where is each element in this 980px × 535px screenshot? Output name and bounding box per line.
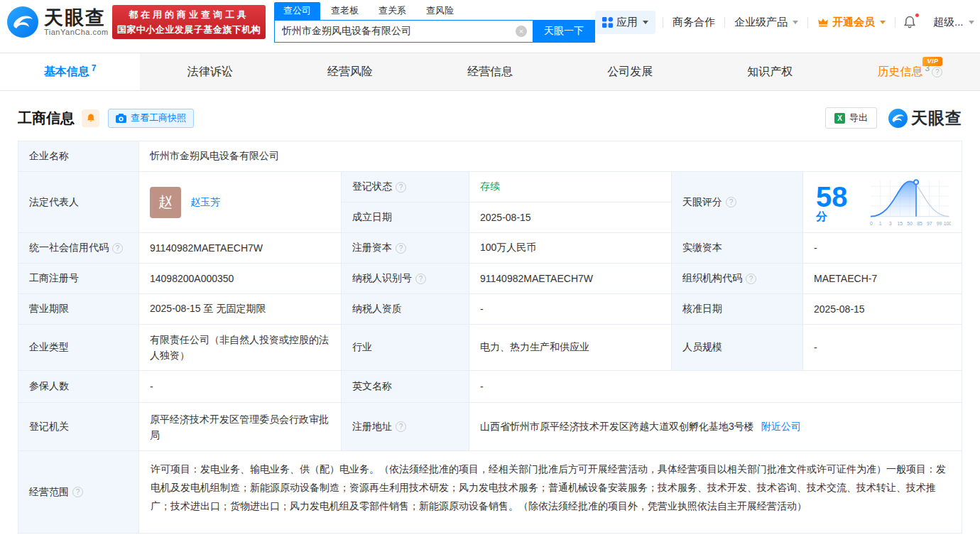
- field-label-legal-rep: 法定代表人: [18, 172, 139, 233]
- field-label-reg-authority: 登记机关: [18, 403, 139, 451]
- field-value-business-term: 2025-08-15 至 无固定期限: [139, 294, 342, 325]
- tab-legal-label: 法律诉讼: [187, 65, 233, 80]
- snapshot-button[interactable]: 查看工商快照: [108, 109, 194, 128]
- crown-icon: [817, 17, 829, 28]
- legal-rep-cell: 赵 赵玉芳: [139, 172, 342, 233]
- help-icon[interactable]: ?: [72, 487, 83, 497]
- field-value-reg-address: 山西省忻州市原平经济技术开发区跨越大道双创孵化基地3号楼 附近公司: [469, 403, 962, 451]
- field-value-taxpayer-quality: -: [469, 294, 672, 325]
- tab-intellectual-property[interactable]: 知识产权: [700, 53, 840, 90]
- tab-legal[interactable]: 法律诉讼: [140, 53, 280, 90]
- tab-operating-risk[interactable]: 经营风险: [280, 53, 420, 90]
- clear-icon[interactable]: ×: [516, 26, 527, 37]
- export-button-label: 导出: [849, 112, 868, 124]
- tianyancha-logo[interactable]: 天眼查 TianYanCha.com: [7, 6, 112, 38]
- nav-profile-label: 超级...: [933, 16, 964, 29]
- nav-apps-label: 应用: [616, 16, 638, 29]
- help-icon[interactable]: ?: [396, 182, 406, 193]
- section-title: 工商信息: [18, 109, 75, 128]
- tab-basic-info[interactable]: 基本信息 7: [0, 53, 140, 90]
- field-label-industry: 行业: [342, 325, 469, 371]
- field-label-reg-status: 登记状态 ?: [342, 172, 469, 202]
- tab-history-info[interactable]: VIP 历史信息 3 ?: [840, 53, 980, 90]
- field-value-establish-date: 2025-08-15: [469, 202, 672, 233]
- chevron-down-icon: [793, 21, 798, 24]
- notification-bell[interactable]: [895, 15, 924, 29]
- field-value-business-scope: 许可项目：发电业务、输电业务、供（配）电业务。（依法须经批准的项目，经相关部门批…: [139, 451, 962, 533]
- nav-open-vip-label: 开通会员: [832, 16, 875, 29]
- tab-company-development[interactable]: 公司发展: [560, 53, 700, 90]
- field-value-reg-authority: 原平经济技术开发区管理委员会行政审批局: [139, 403, 342, 451]
- field-label-staff-size: 人员规模: [672, 325, 803, 371]
- search-tab-boss[interactable]: 查老板: [322, 2, 368, 20]
- search-tab-company[interactable]: 查公司: [274, 2, 320, 20]
- search-button[interactable]: 天眼一下: [533, 20, 595, 43]
- logo-eye-icon: [7, 6, 38, 38]
- svg-text:100: 100: [943, 220, 951, 225]
- chevron-down-icon: [880, 21, 886, 24]
- logo-text: 天眼查: [44, 8, 109, 28]
- field-label-reg-address: 注册地址 ?: [342, 403, 469, 451]
- help-icon[interactable]: ?: [726, 197, 736, 207]
- top-header: 天眼查 TianYanCha.com 都在用的商业查询工具 国家中小企业发展子基…: [0, 0, 980, 44]
- field-value-company-name: 忻州市金朔风电设备有限公司: [139, 141, 962, 172]
- field-value-reg-number: 14098200A000350: [139, 264, 342, 294]
- score-value: 58分: [816, 183, 859, 222]
- tab-intellectual-property-label: 知识产权: [747, 65, 793, 80]
- notification-dot: [915, 13, 920, 18]
- field-value-reg-capital: 100万人民币: [469, 233, 672, 264]
- score-number: 58: [816, 181, 848, 212]
- field-value-org-code: MAETAECH-7: [803, 264, 962, 294]
- field-label-credit-code: 统一社会信用代码 ?: [18, 233, 139, 264]
- watermark-text: 天眼查: [911, 107, 962, 129]
- search-input[interactable]: [274, 20, 533, 43]
- field-label-insured-count: 参保人数: [18, 371, 139, 403]
- nearby-companies-link[interactable]: 附近公司: [761, 421, 801, 433]
- nav-enterprise[interactable]: 企业级产品: [725, 16, 807, 29]
- chevron-down-icon: [643, 21, 648, 24]
- excel-icon: X: [834, 113, 845, 124]
- help-icon[interactable]: ?: [112, 243, 123, 254]
- field-value-reg-status: 存续: [469, 172, 672, 202]
- field-label-org-code: 组织机构代码 ?: [672, 264, 803, 294]
- field-value-industry: 电力、热力生产和供应业: [469, 325, 672, 371]
- help-icon[interactable]: ?: [396, 243, 406, 254]
- field-label-approval-date: 核准日期: [672, 294, 803, 325]
- nav-enterprise-label: 企业级产品: [734, 16, 788, 29]
- status-badge: 存续: [480, 180, 500, 193]
- field-label-tyc-score: 天眼评分 ?: [672, 172, 803, 233]
- svg-text:0: 0: [870, 220, 873, 225]
- search-tab-risk[interactable]: 查风险: [417, 2, 463, 20]
- nav-apps[interactable]: 应用: [595, 11, 655, 34]
- watermark-logo: 天眼查: [888, 107, 962, 129]
- field-value-paid-capital: -: [803, 233, 962, 264]
- help-icon[interactable]: ?: [396, 421, 406, 432]
- export-button[interactable]: X 导出: [825, 107, 877, 129]
- field-value-credit-code: 91140982MAETAECH7W: [139, 233, 342, 264]
- legal-rep-link[interactable]: 赵玉芳: [190, 196, 220, 209]
- help-icon[interactable]: ?: [746, 274, 756, 284]
- field-value-approval-date: 2025-08-15: [803, 294, 962, 325]
- help-icon[interactable]: ?: [415, 274, 426, 284]
- svg-text:1: 1: [878, 220, 881, 225]
- tab-operating-info[interactable]: 经营信息: [420, 53, 560, 90]
- help-icon[interactable]: ?: [932, 67, 942, 77]
- nav-open-vip[interactable]: 开通会员: [808, 16, 895, 29]
- field-value-staff-size: -: [803, 325, 962, 371]
- nav-profile[interactable]: 超级...: [924, 16, 980, 29]
- svg-text:3: 3: [888, 220, 891, 225]
- tab-history-info-count: 3: [925, 63, 930, 73]
- avatar[interactable]: 赵: [150, 187, 181, 218]
- logo-eye-icon: [888, 109, 908, 128]
- bell-icon: [903, 15, 917, 29]
- field-value-company-type: 有限责任公司（非自然人投资或控股的法人独资）: [139, 325, 342, 371]
- field-label-company-name: 企业名称: [18, 141, 139, 172]
- top-nav: 应用 商务合作 企业级产品 开通会员: [595, 11, 980, 34]
- score-marker: [914, 180, 918, 184]
- search-tab-relation[interactable]: 查关系: [369, 2, 415, 20]
- field-label-paid-capital: 实缴资本: [672, 233, 803, 264]
- nav-cooperation[interactable]: 商务合作: [663, 16, 724, 29]
- tab-basic-info-count: 7: [92, 63, 97, 73]
- subscribe-bell-chip[interactable]: [82, 109, 99, 127]
- tyc-score-cell[interactable]: 58分 0 1 3: [803, 172, 962, 233]
